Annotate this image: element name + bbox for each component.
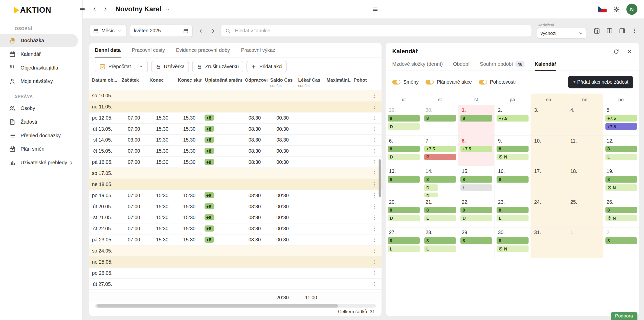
table-row[interactable]: út 20.05.07:0015:3015:30+808:3000:30 [89,201,382,212]
sidebar-item-prehled-dochazky[interactable]: Přehled docházky [0,129,78,142]
calendar-event-bar[interactable]: +7.5 [605,123,637,129]
calendar-day-cell[interactable]: 19.8N [603,166,639,196]
calendar-event-bar[interactable]: D [388,154,420,160]
column-header-max[interactable]: Maximální... [324,78,351,83]
app-logo[interactable]: AKTION [0,0,82,20]
attendance-tab-pracovni-cesty[interactable]: Pracovní cesty [132,43,165,57]
date-input[interactable]: květen 2025 [130,25,193,37]
uzaverka-button[interactable]: Uzávěrka [151,61,189,72]
add-action-button[interactable]: + Přidat akci nebo žádost [568,76,633,88]
table-row[interactable]: ne 11.05. [89,101,382,112]
next-period-button[interactable] [208,26,217,35]
shift-badge[interactable]: +8 [205,215,214,221]
table-row[interactable]: ne 18.05. [89,179,382,190]
table-row[interactable]: so 17.05. [89,168,382,179]
calendar-event-bar[interactable]: 8 [605,237,637,244]
row-menu-icon[interactable] [367,204,382,210]
row-menu-icon[interactable] [367,148,382,154]
sidebar-item-osoby[interactable]: Osoby [0,102,78,115]
sidebar-item-kalendar[interactable]: Kalendář [0,48,78,61]
column-header-shift[interactable]: Uplatněná směna [202,78,242,83]
calendar-event-bar[interactable]: 8 [497,146,528,152]
side-panel-icon[interactable] [619,28,626,34]
row-menu-icon[interactable] [367,281,382,287]
table-row[interactable]: čt 15.05.07:0015:3015:30+808:3000:30 [89,146,382,157]
calendar-event-bar[interactable]: 8 [460,207,492,213]
pridat-akci-button[interactable]: Přidat akci [247,61,287,72]
period-dropdown[interactable]: Měsíc [89,25,126,37]
sidebar-item-objednavka-jidla[interactable]: Objednávka jídla [0,61,78,74]
calendar-day-cell[interactable]: 12.8L [603,135,639,166]
column-header-standby[interactable]: Pohoto [351,78,367,83]
calendar-day-cell[interactable]: 1.8 [458,105,494,135]
calendar-event-bar[interactable]: 8 [460,115,492,121]
chevron-down-icon[interactable] [135,61,143,72]
calendar-event-bar[interactable]: 8 [424,115,456,121]
toggle-switch[interactable] [479,80,487,85]
calendar-event-bar[interactable]: D [388,215,420,221]
calendar-event-bar[interactable]: 8 [605,207,637,213]
calendar-day-cell[interactable]: 25. [567,196,603,227]
calendar-event-bar[interactable]: +7.5 [460,146,492,152]
calendar-day-cell[interactable]: 28.8L [422,227,458,258]
column-header-saldo[interactable]: Saldo Čassoučet [267,78,295,88]
calendar-day-cell[interactable]: 6.8D [386,135,422,166]
calendar-event-bar[interactable]: Ł [460,184,492,191]
sidebar-item-moje-navstevy[interactable]: Moje návštěvy [0,75,78,88]
calendar-event-bar[interactable]: +7.5 [424,146,456,152]
calendar-day-cell[interactable]: 2.8 [603,227,639,258]
calendar-day-cell[interactable]: 26.8N [603,196,639,227]
row-menu-icon[interactable] [367,237,382,243]
calendar-day-cell[interactable]: 13.8 [386,166,422,196]
column-header-worked[interactable]: Odpracová... [242,78,268,83]
split-view-icon[interactable] [606,28,613,34]
calendar-day-cell[interactable]: 3. [530,105,567,135]
more-options-icon[interactable] [632,28,637,34]
calendar-day-cell[interactable]: 22.8D [458,196,494,227]
table-row[interactable]: po 19.05.07:0015:3015:30+808:3000:30 [89,190,382,201]
calendar-event-bar[interactable]: 8 [497,207,528,213]
prepocitat-button[interactable]: Přepočítat [95,61,148,72]
shift-badge[interactable]: +8 [205,237,214,243]
shift-badge[interactable]: +8 [205,203,214,210]
row-menu-icon[interactable] [367,126,382,132]
row-menu-icon[interactable] [367,248,382,254]
table-row[interactable]: út 13.05.07:0015:3015:30+808:3000:30 [89,124,382,135]
back-button[interactable] [89,4,100,14]
calendar-day-cell[interactable]: 9.8N [494,135,530,166]
close-icon[interactable] [626,48,632,54]
calendar-tab-souhrn-obdobi[interactable]: Souhrn období 46 [480,57,524,71]
calendar-day-cell[interactable]: 16.8 [494,166,530,196]
sidebar-collapse-icon[interactable] [79,7,85,13]
calendar-day-cell[interactable]: 18. [567,166,603,196]
table-row[interactable]: st 28.05. [89,290,382,292]
calendar-event-bar[interactable]: D [388,123,420,129]
calendar-day-cell[interactable]: 21.8L [422,196,458,227]
calendar-event-bar[interactable]: L [424,245,456,252]
shift-badge[interactable]: +8 [205,159,214,165]
calendar-event-bar[interactable]: 8 [388,176,420,182]
attendance-tab-pracovni-vykaz[interactable]: Pracovní výkaz [241,43,275,57]
row-menu-icon[interactable] [367,270,382,276]
header-menu-icon[interactable] [372,6,378,12]
zrusit-uzaverku-button[interactable]: Zrušit uzávěrku [192,61,243,72]
calendar-day-cell[interactable]: 10. [530,135,567,166]
column-header-start[interactable]: Začátek [119,78,146,83]
calendar-day-cell[interactable]: 30.8N [494,227,530,258]
calendar-event-bar[interactable]: 8 [388,146,420,152]
horizontal-scrollbar[interactable] [95,304,376,308]
column-header-end_actual[interactable]: Konec skut... [175,78,202,83]
shift-badge[interactable]: +8 [205,137,214,143]
calendar-event-bar[interactable]: L [388,245,420,252]
calendar-event-bar[interactable]: 8 [388,207,420,213]
toggle-switch[interactable] [392,80,400,85]
calendar-event-bar[interactable]: 8 [460,237,492,244]
prev-period-button[interactable] [196,26,205,35]
calendar-event-bar[interactable]: +7.5 [497,115,528,121]
calendar-day-cell[interactable]: 2.+7.5 [494,105,530,135]
calendar-day-cell[interactable]: 31. [530,227,567,258]
calendar-event-bar[interactable]: P [424,154,456,160]
calendar-day-cell[interactable]: 27.8L [386,227,422,258]
shift-badge[interactable]: +8 [205,148,214,154]
row-menu-icon[interactable] [367,115,382,121]
